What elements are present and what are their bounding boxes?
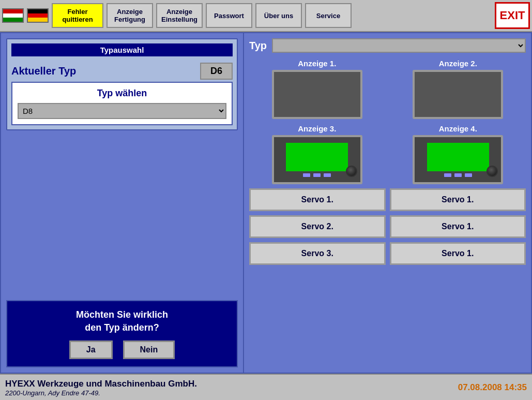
left-spacer — [6, 136, 238, 295]
anzeige3-screen — [272, 135, 362, 184]
servo3-col2-button[interactable]: Servo 1. — [390, 242, 526, 265]
flag-hungary[interactable] — [2, 8, 24, 23]
anzeige2-item: Anzeige 2. — [390, 59, 526, 119]
servo1-col1-button[interactable]: Servo 1. — [249, 188, 386, 211]
anzeige4-item: Anzeige 4. — [390, 124, 526, 184]
anzeige-einstellung-button[interactable]: Anzeige Einstellung — [156, 3, 203, 28]
displays-grid: Anzeige 1. Anzeige 2. Anzeige 3. — [249, 59, 526, 184]
main-content: Typauswahl Aktueller Typ D6 Typ wählen D… — [0, 32, 532, 374]
anzeige3-dots — [303, 173, 331, 177]
ja-button[interactable]: Ja — [69, 340, 113, 359]
servo3-col1-button[interactable]: Servo 3. — [249, 242, 386, 265]
typ-dropdown[interactable] — [272, 38, 526, 53]
bottom-bar: HYEXX Werkzeuge und Maschinenbau GmbH. 2… — [0, 374, 532, 400]
servo2-col1-button[interactable]: Servo 2. — [249, 215, 386, 238]
company-info: HYEXX Werkzeuge und Maschinenbau GmbH. 2… — [5, 379, 197, 397]
company-name: HYEXX Werkzeuge und Maschinenbau GmbH. — [5, 379, 197, 389]
aktueller-typ-value: D6 — [200, 63, 233, 80]
anzeige4-green — [427, 143, 489, 171]
servo-grid: Servo 1. Servo 1. Servo 2. Servo 1. Serv… — [249, 188, 526, 265]
dot4 — [444, 173, 451, 177]
anzeige4-dots — [444, 173, 472, 177]
anzeige3-knob — [346, 166, 357, 177]
anzeige1-label: Anzeige 1. — [298, 59, 336, 68]
typ-row: Typ — [249, 38, 526, 53]
anzeige3-green — [286, 143, 348, 171]
typauswahl-section: Typauswahl Aktueller Typ D6 Typ wählen D… — [6, 38, 238, 130]
anzeige1-item: Anzeige 1. — [249, 59, 385, 119]
dot2 — [313, 173, 321, 177]
nein-button[interactable]: Nein — [123, 340, 175, 359]
typ-waehlen-dropdown[interactable]: D8 D6 D10 — [18, 103, 226, 119]
dot6 — [465, 173, 472, 177]
dot1 — [303, 173, 310, 177]
typ-waehlen-title: Typ wählen — [18, 88, 226, 99]
anzeige-fertigung-button[interactable]: Anzeige Fertigung — [107, 3, 153, 28]
company-bold: HYEXX — [5, 379, 35, 389]
anzeige4-label: Anzeige 4. — [439, 124, 477, 133]
anzeige2-screen — [413, 70, 503, 119]
left-panel: Typauswahl Aktueller Typ D6 Typ wählen D… — [1, 33, 244, 373]
passwort-button[interactable]: Passwort — [206, 3, 252, 28]
anzeige2-label: Anzeige 2. — [439, 59, 477, 68]
company-rest: Werkzeuge und Maschinenbau GmbH. — [35, 379, 197, 389]
confirm-box: Möchten Sie wirklich den Typ ändern? Ja … — [6, 300, 238, 367]
fehler-quittieren-button[interactable]: Fehler quittieren — [52, 3, 103, 28]
current-type-row: Aktueller Typ D6 — [11, 61, 233, 82]
servo1-col2-button[interactable]: Servo 1. — [390, 188, 526, 211]
typ-waehlen-section: Typ wählen D8 D6 D10 — [11, 82, 233, 125]
aktueller-typ-label: Aktueller Typ — [11, 65, 195, 77]
exit-button[interactable]: EXIT — [495, 2, 530, 29]
top-bar: Fehler quittieren Anzeige Fertigung Anze… — [0, 0, 532, 32]
service-button[interactable]: Service — [305, 3, 352, 28]
dot5 — [454, 173, 462, 177]
confirm-text: Möchten Sie wirklich den Typ ändern? — [76, 308, 168, 334]
company-address: 2200-Ungarn, Ady Endre 47-49. — [5, 389, 197, 397]
flag-germany[interactable] — [27, 8, 49, 23]
confirm-buttons: Ja Nein — [69, 340, 175, 359]
anzeige4-screen — [413, 135, 503, 184]
datetime: 07.08.2008 14:35 — [458, 382, 527, 393]
anzeige3-label: Anzeige 3. — [298, 124, 336, 133]
typauswahl-title: Typauswahl — [11, 43, 233, 56]
ueber-uns-button[interactable]: Über uns — [255, 3, 302, 28]
servo2-col2-button[interactable]: Servo 1. — [390, 215, 526, 238]
right-panel: Typ Anzeige 1. Anzeige 2. Anzeige 3. — [244, 33, 531, 373]
anzeige1-screen — [272, 70, 362, 119]
typ-label: Typ — [249, 40, 267, 52]
anzeige4-knob — [487, 166, 498, 177]
dot3 — [324, 173, 331, 177]
anzeige3-item: Anzeige 3. — [249, 124, 385, 184]
